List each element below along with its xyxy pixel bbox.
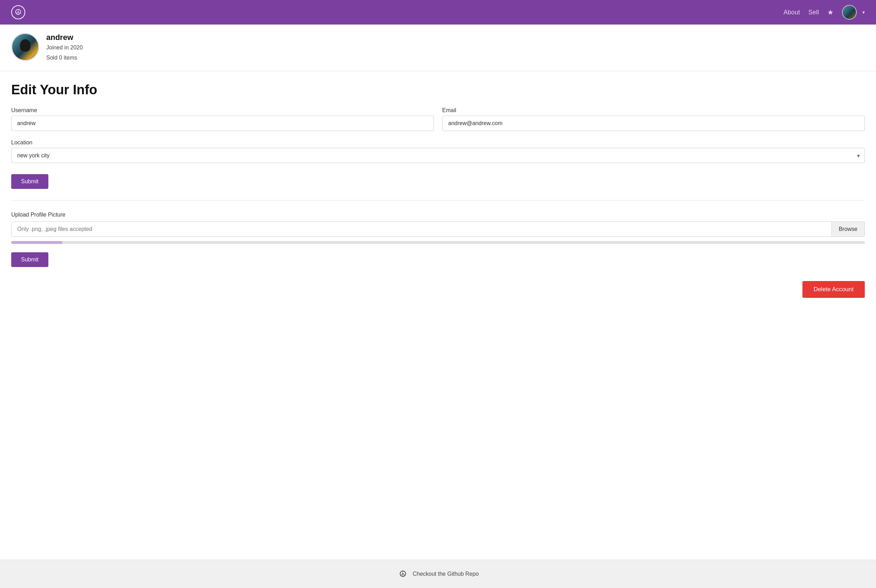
upload-label: Upload Profile Picture [11, 212, 865, 218]
location-select-wrapper: new york city los angeles chicago san fr… [11, 148, 865, 163]
location-select[interactable]: new york city los angeles chicago san fr… [11, 148, 865, 163]
about-link[interactable]: About [783, 9, 800, 16]
star-icon[interactable]: ★ [827, 8, 834, 16]
location-row: Location new york city los angeles chica… [11, 140, 865, 163]
profile-sold: Sold 0 items [46, 53, 83, 62]
avatar-image-large [12, 34, 38, 60]
upload-progress-bar [11, 241, 865, 244]
delete-account-button[interactable]: Delete Account [802, 281, 865, 298]
dropdown-caret-icon[interactable]: ▾ [862, 9, 865, 15]
file-input-wrapper: Browse [11, 222, 865, 237]
footer: ☮ Checkout the Github Repo [0, 560, 876, 588]
profile-avatar [11, 33, 39, 61]
location-group: Location new york city los angeles chica… [11, 140, 865, 163]
navbar-right: About Sell ★ ▾ [783, 5, 865, 20]
avatar-image [843, 6, 856, 19]
peace-icon: ☮ [15, 8, 22, 17]
edit-title: Edit Your Info [11, 82, 865, 98]
browse-button[interactable]: Browse [831, 222, 864, 237]
submit-upload-button[interactable]: Submit [11, 252, 48, 267]
progress-bar-fill [11, 241, 62, 244]
submit-info-button[interactable]: Submit [11, 174, 48, 189]
sell-link[interactable]: Sell [808, 9, 819, 16]
email-input[interactable] [442, 116, 865, 131]
profile-info: andrew Joined in 2020 Sold 0 items [46, 33, 83, 62]
profile-username: andrew [46, 33, 83, 42]
main-content: Edit Your Info Username Email Location n… [0, 71, 876, 560]
file-input-text[interactable] [12, 222, 831, 237]
user-avatar[interactable] [842, 5, 857, 20]
location-label: Location [11, 140, 865, 146]
delete-section: Delete Account [11, 281, 865, 298]
email-label: Email [442, 107, 865, 114]
navbar: ☮ About Sell ★ ▾ [0, 0, 876, 24]
section-divider [11, 200, 865, 201]
username-label: Username [11, 107, 434, 114]
profile-section: andrew Joined in 2020 Sold 0 items [0, 24, 876, 71]
email-group: Email [442, 107, 865, 131]
upload-section: Upload Profile Picture Browse [11, 212, 865, 244]
footer-text: Checkout the Github Repo [413, 571, 479, 577]
username-email-row: Username Email [11, 107, 865, 131]
peace-footer-icon: ☮ [399, 569, 407, 579]
username-group: Username [11, 107, 434, 131]
username-input[interactable] [11, 116, 434, 131]
profile-joined: Joined in 2020 [46, 43, 83, 52]
navbar-logo[interactable]: ☮ [11, 5, 25, 19]
footer-logo: ☮ [398, 568, 409, 580]
